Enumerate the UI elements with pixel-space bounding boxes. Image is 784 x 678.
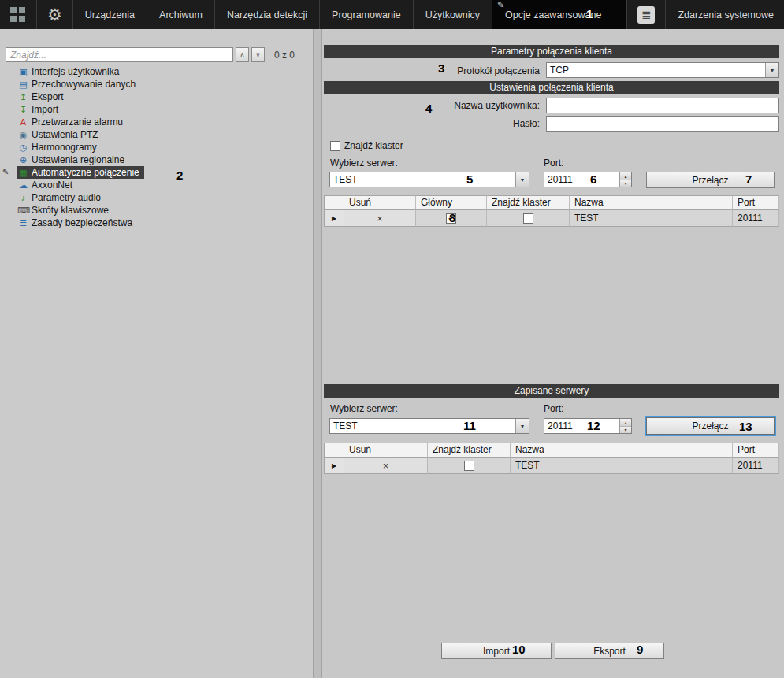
spin-up-icon[interactable]: ▴ (620, 172, 631, 180)
tree-item-ustawienia-ptz[interactable]: ◉Ustawienia PTZ (17, 128, 102, 141)
callout-1: 1 (586, 8, 593, 20)
spin-down-icon[interactable]: ▾ (620, 180, 631, 187)
col-selector (324, 443, 344, 458)
col-glowny: Główny (416, 195, 487, 210)
protocol-select[interactable]: TCP ▾ (546, 62, 779, 78)
tree-item-label: Ustawienia regionalne (32, 154, 124, 165)
import-button-label: Import (483, 646, 510, 657)
col-nazwa: Nazwa (570, 195, 733, 210)
tree-item-eksport[interactable]: ↥Eksport (17, 91, 67, 103)
tree-item-label: Interfejs użytkownika (32, 66, 119, 77)
spin-up-icon[interactable]: ▴ (620, 419, 631, 427)
tree-item-ustawienia-regionalne[interactable]: ⊕Ustawienia regionalne (17, 154, 128, 166)
menu-item-zdarzenia-systemowe[interactable]: Zdarzenia systemowe (665, 0, 784, 29)
tree-item-label: AxxonNet (32, 180, 72, 191)
menu-item-label: Archiwum (159, 9, 203, 20)
server-select[interactable]: TEST ▾ (329, 172, 529, 187)
menu-item-archiwum[interactable]: Archiwum (147, 0, 214, 29)
tree-item-przetwarzanie-alarmu[interactable]: APrzetwarzanie alarmu (17, 116, 126, 128)
server-port-cell: 20111 (733, 210, 779, 227)
chevron-up-icon: ∧ (240, 51, 245, 58)
protocol-label: Protokół połączenia (322, 65, 540, 77)
callout-13: 13 (739, 421, 752, 432)
search-prev-button[interactable]: ∧ (236, 47, 249, 62)
col-nazwa: Nazwa (511, 443, 733, 458)
password-input[interactable] (546, 116, 779, 132)
tree-item-interfejs-uzytkownika[interactable]: ▣Interfejs użytkownika (17, 65, 122, 78)
settings-gear-button[interactable]: ⚙ (36, 0, 72, 29)
audio-icon: ♪ (17, 194, 29, 202)
callout-6: 6 (590, 173, 596, 185)
monitor-icon: ▣ (17, 68, 29, 76)
tree-item-label: Automatyczne połączenie (32, 167, 139, 178)
tree-item-parametry-audio[interactable]: ♪Parametry audio (17, 191, 104, 204)
export-icon: ↥ (17, 93, 29, 102)
port-spinner[interactable]: 20111 ▴ ▾ (544, 172, 632, 187)
username-input[interactable] (546, 98, 779, 113)
menu-item-uzytkownicy[interactable]: Użytkownicy (413, 0, 492, 29)
chevron-down-icon[interactable]: ▾ (515, 172, 529, 187)
apps-grid-button[interactable] (0, 0, 36, 29)
tree-item-axxonnet[interactable]: ☁AxxonNet (17, 179, 76, 191)
col-znajdz-klaster: Znajdź klaster (487, 195, 570, 210)
row-selector-icon: ▶ (332, 462, 336, 469)
tree-item-przechowywanie-danych[interactable]: ▤Przechowywanie danych (17, 78, 139, 91)
delete-button[interactable]: × (344, 210, 416, 227)
password-label: Hasło: (322, 117, 540, 130)
tree-item-import[interactable]: ↧Import (17, 103, 61, 116)
table-header-row: Usuń Znajdź klaster Nazwa Port (324, 443, 779, 458)
menu-item-label: Programowanie (332, 9, 401, 20)
menu-item-opcje-zaawansowane[interactable]: ✎ Opcje zaawansowane (492, 0, 626, 29)
col-znajdz-klaster: Znajdź klaster (428, 443, 511, 458)
switch-button[interactable]: Przełącz (646, 172, 775, 188)
tree-item-automatyczne-polaczenie[interactable]: ▦Automatyczne połączenie (17, 166, 144, 179)
spin-down-icon[interactable]: ▾ (620, 427, 631, 434)
protocol-value: TCP (547, 63, 765, 77)
table-row[interactable]: ▶ × ✓ TEST 20111 (324, 210, 779, 227)
search-input[interactable] (6, 47, 233, 62)
chevron-down-icon[interactable]: ▾ (515, 419, 529, 433)
section-header-client-settings: Ustawienia połączenia klienta (324, 81, 779, 94)
saved-server-select[interactable]: TEST ▾ (329, 418, 529, 434)
search-next-button[interactable]: ∨ (251, 47, 265, 62)
chevron-down-icon[interactable]: ▾ (765, 63, 778, 77)
switch-button-label: Przełącz (692, 175, 728, 186)
find-cluster-option[interactable]: Znajdź klaster (330, 140, 403, 151)
connection-icon: ▦ (17, 169, 29, 177)
tree-item-harmonogramy[interactable]: ◷Harmonogramy (17, 141, 100, 154)
menu-item-label: Użytkownicy (425, 9, 480, 20)
callout-10: 10 (512, 643, 526, 655)
security-icon: ≣ (17, 219, 29, 228)
app-window: ⚙ Urządzenia Archiwum Narzędzia detekcji… (0, 0, 784, 678)
system-events-button[interactable]: ≣ (626, 0, 665, 29)
tree-item-label: Harmonogramy (32, 142, 97, 153)
callout-8: 8 (449, 212, 455, 224)
menu-item-narzedzia-detekcji[interactable]: Narzędzia detekcji (214, 0, 319, 29)
find-cluster-checkbox[interactable] (330, 141, 340, 151)
tree-item-zasady-bezpieczenstwa[interactable]: ≣Zasady bezpieczeństwa (17, 217, 136, 229)
apps-grid-icon (10, 7, 26, 23)
select-server-label: Wybierz serwer: (330, 157, 398, 169)
delete-button[interactable]: × (344, 458, 428, 474)
saved-switch-button[interactable]: Przełącz (646, 417, 775, 435)
find-cluster-checkbox[interactable] (523, 213, 533, 224)
panel-splitter[interactable] (313, 29, 322, 678)
export-button[interactable]: Eksport (555, 643, 664, 659)
callout-2: 2 (176, 169, 183, 181)
menu-item-programowanie[interactable]: Programowanie (319, 0, 413, 29)
callout-12: 12 (587, 420, 600, 432)
connection-settings-panel: Parametry połączenia klienta Protokół po… (322, 29, 784, 678)
menu-item-urzadzenia[interactable]: Urządzenia (72, 0, 147, 29)
find-cluster-label: Znajdź klaster (344, 140, 403, 151)
schedule-icon: ◷ (17, 143, 29, 152)
select-server-label: Wybierz serwer: (330, 403, 398, 414)
table-row[interactable]: ▶ × TEST 20111 (324, 458, 779, 474)
find-cluster-checkbox[interactable] (464, 461, 474, 471)
tree-item-skroty-klawiszowe[interactable]: ⌨Skróty klawiszowe (17, 204, 112, 217)
menu-item-label: Urządzenia (85, 9, 135, 20)
tree-item-label: Przetwarzanie alarmu (32, 117, 123, 128)
tree-item-label: Import (32, 104, 58, 115)
storage-icon: ▤ (17, 80, 29, 89)
import-button[interactable]: Import (441, 643, 552, 659)
search-result-counter: 0 z 0 (274, 50, 295, 61)
